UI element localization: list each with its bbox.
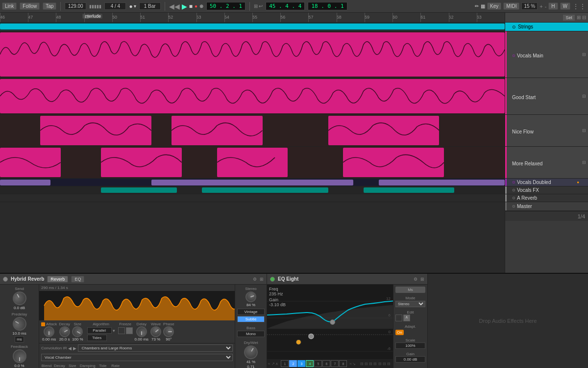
zoom-in-icon[interactable]: + (539, 3, 542, 9)
follow-button[interactable]: Follow (20, 2, 40, 10)
eq-band-4-btn[interactable]: 4 (306, 360, 314, 367)
eq-output-gain-value[interactable]: 0.00 dB (395, 356, 425, 363)
tap-button[interactable]: Tap (43, 2, 56, 10)
loop-back-icon[interactable]: ↩ (259, 3, 263, 9)
vocals-fx-clip-1[interactable] (101, 187, 177, 193)
vintage-btn[interactable]: Vintage (237, 309, 265, 315)
reverb-eq-tab[interactable]: EQ (71, 276, 84, 283)
vocals-fx-track-header[interactable]: ⊙ Vocals FX (505, 186, 588, 194)
eq-band-8-btn[interactable]: 8 (339, 360, 347, 367)
eq-scale-value[interactable]: 100% (395, 342, 425, 349)
fold-icon[interactable]: ⊟ (582, 15, 586, 20)
strings-track-lane[interactable] (0, 23, 505, 31)
eq-band-5-btn[interactable]: 5 (314, 360, 322, 367)
feedback-knob[interactable] (13, 349, 26, 363)
freeze-toggle[interactable] (118, 327, 125, 334)
predelay-ms-btn[interactable]: ms (15, 336, 24, 342)
eq-mode-select[interactable]: Stereo (395, 301, 425, 307)
pencil-icon[interactable]: ✏ (475, 3, 479, 9)
zoom-out-icon[interactable]: - (545, 3, 547, 9)
loop-button[interactable]: ⊕ (199, 3, 203, 9)
record-mode-icon[interactable]: ● (129, 3, 132, 10)
good-start-fold-btn[interactable]: ⊟ (582, 94, 586, 99)
convolution-right-icon[interactable]: ▶ (73, 346, 76, 351)
more-relaxed-clip-1[interactable] (0, 148, 61, 177)
more-relaxed-fold-btn[interactable]: ⊟ (582, 160, 586, 165)
vocals-fx-track-lane[interactable] (0, 186, 505, 194)
subtle-btn[interactable]: Subtle (237, 316, 265, 322)
midi-button[interactable]: MIDI (503, 2, 519, 10)
set-button[interactable]: Set (563, 14, 575, 21)
drywet-knob[interactable] (242, 343, 260, 362)
eq-band-3-btn[interactable]: 3 (297, 360, 305, 367)
arrangement-view[interactable]: Interlude 464748495051525354555657585960… (0, 13, 505, 273)
convolution-left-icon[interactable]: ◀ (68, 346, 72, 351)
reverb-power-button[interactable] (3, 277, 8, 282)
eq-band-6-btn[interactable]: 6 (322, 360, 330, 367)
record-button[interactable]: ● (195, 3, 197, 9)
eq-edit-toggle[interactable] (395, 315, 402, 321)
more-relaxed-clip-3[interactable] (217, 148, 288, 177)
time-sig-display[interactable]: 4 / 4 (104, 2, 126, 10)
vocals-fx-clip-3[interactable] (364, 187, 454, 193)
good-start-clip[interactable] (0, 79, 505, 113)
send-knob[interactable] (10, 289, 28, 308)
master-track-header[interactable]: ⊙ Master (505, 202, 588, 211)
vocals-doubled-clip-3[interactable] (379, 180, 505, 185)
grid-icon[interactable]: ▦ (481, 3, 485, 9)
vocals-doubled-track-lane[interactable] (0, 179, 505, 186)
key-button[interactable]: Key (487, 2, 501, 10)
h-view-button[interactable]: H (548, 2, 558, 10)
eq-settings-icon[interactable]: ⚙ (414, 277, 417, 282)
link-button[interactable]: Link (2, 2, 17, 10)
more-relaxed-track-header[interactable]: More Relaxed ⊟ (505, 147, 588, 179)
strings-clip[interactable] (0, 24, 505, 29)
freeze-mode-btn[interactable] (126, 327, 133, 334)
attack-knob[interactable] (44, 326, 54, 337)
stereo-knob[interactable] (244, 290, 258, 304)
a-reverb-track-lane[interactable] (0, 194, 505, 202)
algorithm-value-display[interactable]: Parallel (87, 327, 112, 334)
bpm-display[interactable]: 129.00 (65, 2, 86, 10)
reverb-settings-icon[interactable]: ⚙ (253, 277, 257, 282)
overdub-icon[interactable]: ⊞ (254, 3, 258, 9)
nice-flow-clip-2[interactable] (172, 116, 262, 145)
eq-power-button[interactable] (270, 277, 275, 282)
rec-mode-arrow[interactable]: ▾ (134, 3, 136, 9)
more-relaxed-clip-2[interactable] (101, 148, 182, 177)
delay-knob[interactable] (136, 326, 147, 337)
a-reverb-track-header[interactable]: ⊙ A Reverb (505, 194, 588, 202)
eq-edit-btn[interactable]: ∧ (403, 315, 410, 321)
vocals-doubled-clip-1[interactable] (0, 180, 50, 185)
play-button[interactable]: ▶ (182, 2, 187, 10)
good-start-track-header[interactable]: Good Start ⊟ (505, 78, 588, 115)
vocals-main-track-lane[interactable] (0, 31, 505, 78)
phase-knob[interactable] (163, 326, 174, 337)
loop-len-display[interactable]: 1 Bar (139, 2, 161, 10)
reverb-expand-icon[interactable]: ⊞ (260, 277, 264, 282)
good-start-track-lane[interactable] (0, 78, 505, 115)
nice-flow-track-lane[interactable] (0, 115, 505, 147)
effects-drop-zone[interactable]: Drop Audio Effects Here (428, 274, 588, 368)
position-display[interactable]: 50 . 2 . 1 (206, 2, 245, 10)
eq-band-2-btn[interactable]: 2 (289, 360, 297, 367)
w-view-button[interactable]: W (560, 2, 570, 10)
nice-flow-fold-btn[interactable]: ⊟ (582, 128, 586, 133)
more-relaxed-track-lane[interactable] (0, 147, 505, 179)
eq-band-1-btn[interactable]: 1 (281, 360, 289, 367)
predelay-knob[interactable] (10, 315, 28, 333)
eq-ms-btn[interactable]: Ms (395, 287, 425, 293)
nice-flow-clip-1[interactable] (40, 116, 151, 145)
end-time-display[interactable]: 45 . 4 . 4 (266, 2, 305, 10)
nice-flow-track-header[interactable]: Nice Flow ⊟ (505, 115, 588, 147)
vocals-doubled-clip-2[interactable] (151, 180, 353, 185)
reverb-reverb-tab[interactable]: Reverb (47, 276, 68, 283)
algorithm-down-icon[interactable]: ▾ (113, 328, 115, 333)
tides-display[interactable]: Tides (87, 335, 107, 341)
vocals-main-track-header[interactable]: ⊙ Vocals Main ⊟ (505, 31, 588, 78)
vocals-main-clip[interactable] (0, 32, 505, 77)
unfold-icon[interactable]: ⊞ (577, 15, 581, 20)
stop-button[interactable]: ■ (189, 3, 193, 10)
eq-adapt-toggle[interactable]: On (395, 330, 404, 335)
rewind-icon[interactable]: ◀◀ (169, 2, 180, 10)
